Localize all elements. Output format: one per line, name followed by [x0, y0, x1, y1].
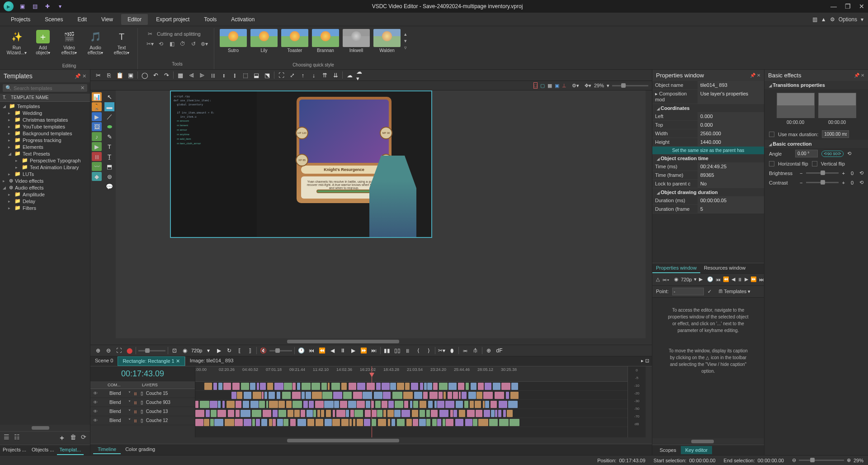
preview-vscroll[interactable]	[646, 90, 652, 338]
ke-eye-icon[interactable]: ◉	[674, 275, 679, 284]
close-icon[interactable]: ✕	[859, 3, 864, 10]
timeline-ruler[interactable]: :00.0002:20.2604:40.5207:01.1809:21.4411…	[195, 366, 627, 382]
tb-al7-icon[interactable]: ⬓	[252, 71, 260, 79]
style-walden[interactable]: Walden	[373, 29, 401, 53]
ke-fwd-icon[interactable]: ▶	[745, 275, 748, 284]
options-dropdown-icon[interactable]: ▾	[861, 16, 863, 23]
tl-fx1-icon[interactable]: ⊕	[485, 346, 493, 355]
tl-time-icon[interactable]: 🕐	[297, 346, 305, 355]
tl-out-icon[interactable]: ⟧	[246, 346, 254, 355]
contrast-reset-icon[interactable]: ⟲	[859, 180, 863, 185]
tl-fwd-icon[interactable]: ▶	[349, 346, 357, 355]
tb-al4-icon[interactable]: ⫾	[220, 71, 228, 79]
tl-cut-icon[interactable]: ✂▾	[438, 346, 446, 355]
tl-next-icon[interactable]: ⏩	[359, 346, 368, 355]
tree-item[interactable]: ▸📁Text Animation Library	[0, 164, 90, 171]
ot-person-icon[interactable]: 🚶	[92, 102, 102, 111]
rotate-reset-icon[interactable]: ⟲	[847, 151, 851, 157]
tl-pause-icon[interactable]: ⏸	[339, 346, 347, 355]
ke-back-icon[interactable]: ◀	[731, 275, 735, 284]
tb-fit4-icon[interactable]: ↓	[310, 71, 318, 79]
st-pen-icon[interactable]: ✎	[104, 132, 114, 141]
ke-tri-icon[interactable]: △	[656, 275, 660, 284]
section-coordinates[interactable]: Coordinates	[652, 104, 764, 112]
ot-image-icon[interactable]: 🖼	[92, 122, 102, 131]
col-name[interactable]: TEMPLATE NAME	[8, 94, 52, 101]
tl-record-icon[interactable]: ⬤	[125, 346, 133, 355]
tool-speed-icon[interactable]: ⏱	[179, 40, 187, 48]
prop-width[interactable]: 2560.000	[698, 129, 764, 138]
audio-effects-button[interactable]: 🎵Audio effects▾	[84, 29, 107, 56]
timeline-row[interactable]: 👁Blend˅⫼▯Couche 13	[90, 407, 195, 416]
ke-prev-icon[interactable]: ⏪	[723, 275, 729, 284]
menu-projects[interactable]: Projects	[5, 14, 37, 25]
menu-edit[interactable]: Edit	[71, 14, 93, 25]
tab-properties[interactable]: Properties window	[652, 263, 700, 273]
tree-item[interactable]: ◢📁Templates	[0, 103, 90, 109]
prop-time-frame[interactable]: 89365	[698, 171, 764, 179]
track[interactable]	[195, 400, 627, 409]
tree-delete-icon[interactable]: 🗑	[70, 433, 76, 443]
gear-icon[interactable]: ⚙	[830, 16, 835, 23]
canvas-area[interactable]: script.rpydef use_item(inv_item): global…	[116, 90, 646, 338]
ke-time-icon[interactable]: 🕐	[707, 275, 713, 284]
st-line-icon[interactable]: ／	[104, 112, 114, 121]
st-ellipse-icon[interactable]: ⬬	[104, 122, 114, 131]
rotate-left-icon[interactable]: ⟲90 90⟳	[821, 151, 844, 157]
tl-first-icon[interactable]: ⏮	[307, 346, 316, 355]
styles-more-icon[interactable]: ▿	[404, 45, 407, 51]
tree-collapse-icon[interactable]: ☰	[4, 433, 9, 443]
section-transitions[interactable]: Transitions properties	[764, 81, 868, 89]
timeline-tracks[interactable]: :00.0002:20.2604:40.5207:01.1809:21.4411…	[195, 366, 627, 437]
tl-split3-icon[interactable]: ⫼	[404, 346, 412, 355]
style-brannan[interactable]: Brannan	[312, 29, 339, 53]
tool-reverse-icon[interactable]: ↺	[189, 40, 198, 48]
ke-link-icon[interactable]: ⫘▾	[662, 275, 670, 284]
menu-activation[interactable]: Activation	[225, 14, 261, 25]
track[interactable]	[195, 418, 627, 427]
st-cursor-icon[interactable]: ↖	[104, 92, 114, 101]
tb-cloud1-icon[interactable]: ☁	[345, 71, 354, 79]
zoom-value[interactable]: 29%	[594, 83, 604, 88]
tree-item[interactable]: ◢⊛Audio effects	[0, 184, 90, 191]
ot-audio-icon[interactable]: ♪	[92, 132, 102, 141]
pv-gear-icon[interactable]: ⚙▾	[572, 83, 579, 89]
ot-eq-icon[interactable]: ⫼	[92, 152, 102, 161]
timeline-row[interactable]: 👁Blend˅⫼▯Couche 903	[90, 398, 195, 407]
status-zoomin-icon[interactable]: ⊕	[847, 457, 851, 463]
contrast-slider[interactable]	[806, 182, 838, 183]
tb-al3-icon[interactable]: ⫼	[209, 71, 217, 79]
tab-objects[interactable]: Objects ...	[29, 445, 57, 455]
tool-crop-icon[interactable]: ✂▾	[146, 40, 154, 48]
ke-pause-icon[interactable]: ⏸	[737, 275, 742, 284]
prop-left[interactable]: 0.000	[698, 112, 764, 120]
qa-dropdown-icon[interactable]: ▾	[56, 2, 64, 10]
tree-item[interactable]: ▸📁Filters	[0, 204, 90, 211]
options-label[interactable]: Options	[839, 16, 857, 23]
menu-scenes[interactable]: Scenes	[38, 14, 69, 25]
qa-save-icon[interactable]: ✚	[43, 2, 52, 10]
st-tooltip-icon[interactable]: ⬒	[104, 162, 114, 171]
tb-al8-icon[interactable]: ⬔	[263, 71, 271, 79]
timeline-row[interactable]: 👁Blend˅⫼▯Couche 15	[90, 389, 195, 398]
tl-fit-icon[interactable]: ⛶	[115, 346, 123, 355]
tl-snap-icon[interactable]: ⊡	[170, 346, 179, 355]
search-input[interactable]	[14, 85, 80, 91]
tl-fx2-icon[interactable]: dF	[495, 346, 503, 355]
tl-hscroll[interactable]	[90, 437, 652, 444]
ot-chart-icon[interactable]: 📊	[92, 92, 102, 101]
layout-icon[interactable]: ▥	[812, 16, 817, 23]
st-text-icon[interactable]: T	[104, 142, 114, 151]
prop-lock[interactable]: No	[698, 180, 764, 188]
tl-split1-icon[interactable]: ▮▮	[383, 346, 391, 355]
tool-rotate-icon[interactable]: ⟲	[157, 40, 165, 48]
status-zoomout-icon[interactable]: ⊖	[792, 457, 796, 463]
pv-move-icon[interactable]: ✥▾	[585, 83, 591, 89]
templates-close-icon[interactable]: 📌 ✕	[75, 73, 86, 79]
timeline-row[interactable]: 👁Blend˅⫼▯Couche 12	[90, 416, 195, 425]
transition-in[interactable]: 00:00.00	[777, 93, 815, 125]
tab-keyeditor[interactable]: Key editor	[681, 446, 712, 454]
tl-tab-scene[interactable]: Scene 0	[90, 356, 118, 366]
prop-top[interactable]: 0.000	[698, 121, 764, 129]
tl-split2-icon[interactable]: ▯▯	[393, 346, 401, 355]
